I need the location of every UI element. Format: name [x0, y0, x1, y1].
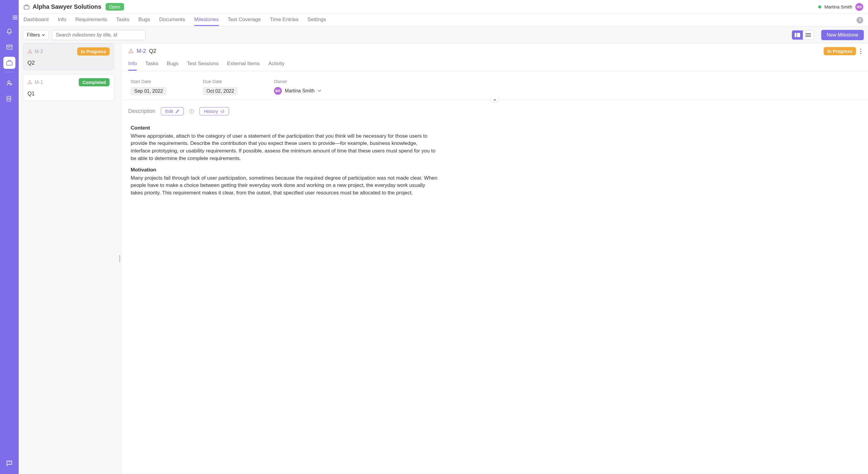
app-logo[interactable]: [4, 2, 15, 14]
sidebar-item-projects[interactable]: [3, 57, 16, 69]
help-icon[interactable]: ?: [857, 17, 863, 24]
presence-indicator: [818, 5, 821, 8]
milestone-id: M-2: [27, 49, 43, 54]
milestone-detail: M-2 Q2 In Progress Info Tasks Bugs Test …: [121, 43, 868, 474]
main-area: Alpha Sawyer Solutions Open Martina Smit…: [19, 0, 868, 474]
milestone-icon: [27, 80, 32, 85]
tab-tasks[interactable]: Tasks: [116, 14, 129, 26]
desc-paragraph: Where appropriate, attach to the categor…: [131, 132, 438, 162]
svg-point-1: [8, 47, 9, 48]
bell-icon: [6, 28, 13, 35]
project-status-badge: Open: [105, 3, 124, 10]
filters-label: Filters: [27, 32, 40, 38]
current-user-avatar[interactable]: MS: [855, 3, 863, 11]
detail-tab-info[interactable]: Info: [128, 59, 137, 71]
svg-point-18: [129, 51, 130, 53]
sidebar-item-notifications[interactable]: [3, 25, 16, 37]
milestone-icon: [128, 49, 134, 54]
sidebar-item-reports[interactable]: [3, 93, 16, 105]
tab-time-entries[interactable]: Time Entries: [270, 14, 299, 26]
pencil-icon: [176, 110, 179, 113]
history-button[interactable]: History: [199, 107, 229, 115]
detail-tabs: Info Tasks Bugs Test Sessions External I…: [122, 55, 868, 71]
chevron-down-icon: [318, 90, 321, 92]
svg-point-2: [9, 47, 10, 48]
collapse-meta-button[interactable]: [490, 97, 499, 102]
desc-heading-content: Content: [131, 124, 438, 132]
current-user-name[interactable]: Martina Smith: [824, 4, 852, 9]
detail-header: M-2 Q2 In Progress: [122, 43, 868, 55]
svg-point-14: [29, 80, 31, 82]
tab-settings[interactable]: Settings: [307, 14, 326, 26]
calendar-icon: [6, 44, 13, 50]
filters-button[interactable]: Filters: [23, 30, 49, 40]
column-resize-handle[interactable]: [118, 43, 121, 474]
sidebar-item-users[interactable]: [3, 77, 16, 89]
detail-tab-external-items[interactable]: External Items: [227, 59, 260, 71]
owner-picker[interactable]: MS Martina Smith: [274, 87, 321, 95]
sidebar-collapse-icon[interactable]: [13, 16, 18, 19]
breadcrumb-title: Q2: [149, 48, 156, 54]
project-tabs: Dashboard Info Requirements Tasks Bugs D…: [19, 14, 868, 27]
svg-rect-9: [795, 33, 797, 37]
layout-split-icon: [795, 33, 800, 37]
detail-meta: Start Date Sep 01, 2022 Due Date Oct 02,…: [122, 71, 868, 100]
tab-info[interactable]: Info: [58, 14, 66, 26]
svg-point-19: [131, 51, 133, 53]
briefcase-icon: [24, 4, 30, 10]
desc-heading-motivation: Motivation: [131, 166, 438, 174]
detail-status-badge[interactable]: In Progress: [824, 47, 856, 55]
detail-tab-tasks[interactable]: Tasks: [145, 59, 158, 71]
search-input[interactable]: [52, 30, 146, 40]
description-toolbar: Description Edit i History: [122, 100, 868, 118]
detail-tab-test-sessions[interactable]: Test Sessions: [187, 59, 219, 71]
milestone-card[interactable]: M-1 Completed Q1: [23, 74, 114, 101]
milestones-toolbar: Filters New Milestone: [19, 27, 868, 43]
start-date-label: Start Date: [131, 79, 166, 84]
start-date-value[interactable]: Sep 01, 2022: [131, 87, 166, 95]
tab-bugs[interactable]: Bugs: [138, 14, 150, 26]
tab-documents[interactable]: Documents: [159, 14, 185, 26]
tab-dashboard[interactable]: Dashboard: [24, 14, 49, 26]
svg-rect-3: [7, 61, 12, 65]
milestone-icon: [27, 49, 32, 54]
view-list-button[interactable]: [803, 30, 814, 39]
detail-tab-activity[interactable]: Activity: [268, 59, 284, 71]
sidebar-divider: [5, 72, 14, 72]
tab-requirements[interactable]: Requirements: [75, 14, 107, 26]
breadcrumb-id[interactable]: M-2: [137, 48, 146, 54]
svg-point-12: [28, 52, 30, 53]
info-icon[interactable]: i: [189, 109, 194, 114]
owner-avatar: MS: [274, 87, 282, 95]
new-milestone-button[interactable]: New Milestone: [821, 30, 864, 40]
svg-text:?: ?: [8, 461, 10, 464]
detail-tab-bugs[interactable]: Bugs: [167, 59, 179, 71]
milestone-card[interactable]: M-2 In Progress Q2: [23, 43, 114, 70]
project-title: Alpha Sawyer Solutions: [33, 3, 101, 10]
milestone-title: Q1: [27, 91, 110, 97]
milestones-content: M-2 In Progress Q2 M-1 Completed Q1: [19, 43, 868, 474]
logo-icon: [5, 4, 14, 13]
more-actions-button[interactable]: [860, 49, 861, 54]
tab-test-coverage[interactable]: Test Coverage: [228, 14, 261, 26]
description-body: Content Where appropriate, attach to the…: [122, 118, 447, 203]
chat-help-icon: ?: [6, 460, 13, 467]
svg-point-11: [29, 50, 31, 51]
due-date-value[interactable]: Oct 02, 2022: [203, 87, 238, 95]
view-split-button[interactable]: [792, 30, 803, 39]
sidebar-item-calendar[interactable]: [3, 41, 16, 53]
layout-list-icon: [806, 33, 811, 37]
sidebar-item-help[interactable]: ?: [3, 457, 16, 469]
milestone-title: Q2: [27, 60, 110, 66]
owner-label: Owner: [274, 79, 321, 84]
desc-paragraph: Many projects fail through lack of user …: [131, 175, 438, 197]
history-icon: [221, 109, 224, 113]
due-date-label: Due Date: [203, 79, 238, 84]
briefcase-icon: [6, 60, 13, 66]
milestone-id: M-1: [27, 80, 43, 85]
tab-milestones[interactable]: Milestones: [194, 14, 219, 26]
status-badge: Completed: [79, 78, 110, 86]
svg-rect-10: [797, 33, 800, 37]
edit-description-button[interactable]: Edit: [161, 107, 184, 115]
svg-rect-8: [24, 5, 29, 9]
